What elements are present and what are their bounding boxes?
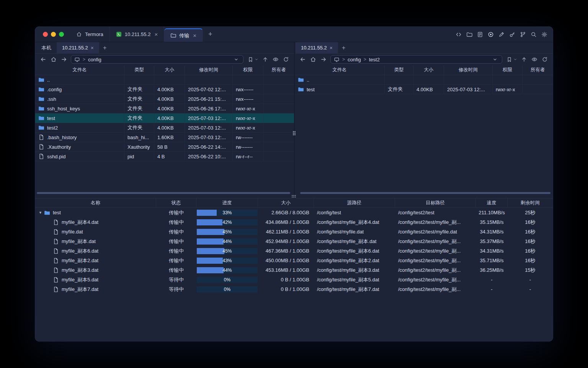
back-icon[interactable] <box>299 56 306 63</box>
maximize-window-button[interactable] <box>59 32 64 37</box>
close-icon[interactable]: × <box>330 45 333 51</box>
transfer-row[interactable]: ▾test传输中33%2.66GB / 8.00GB/config/test/c… <box>35 208 553 217</box>
refresh-icon[interactable] <box>283 56 289 63</box>
horizontal-scrollbar[interactable] <box>37 192 290 194</box>
column-header[interactable]: 类型 <box>385 65 413 75</box>
column-header[interactable]: 目标路径 <box>395 199 476 207</box>
column-header[interactable]: 剩余时间 <box>508 199 553 207</box>
chevron-down-icon[interactable] <box>255 58 258 61</box>
tab-ssh-session[interactable]: 10.211.55.2 × <box>110 27 164 42</box>
column-header[interactable]: 权限 <box>233 65 263 75</box>
home-icon[interactable] <box>50 56 57 63</box>
path-breadcrumb[interactable]: > config > test2 <box>330 55 502 64</box>
column-header[interactable]: 大小 <box>258 199 314 207</box>
transfer-row[interactable]: myfile_副本4.dat传输中42%434.86MB / 1.00GB/co… <box>35 217 553 227</box>
close-icon[interactable]: × <box>91 45 94 51</box>
horizontal-scrollbar[interactable] <box>300 192 550 194</box>
panel-tab-remote[interactable]: 10.211.55.2 × <box>296 42 338 53</box>
transfer-row[interactable]: myfile_副本3.dat传输中44%453.16MB / 1.00GB/co… <box>35 265 553 275</box>
column-header[interactable]: 速度 <box>476 199 508 207</box>
back-icon[interactable] <box>40 56 47 63</box>
file-row[interactable]: .. <box>295 75 553 85</box>
parent-directory-icon[interactable] <box>262 56 269 63</box>
column-header[interactable]: 修改时间 <box>444 65 493 75</box>
column-header[interactable]: 修改时间 <box>185 65 233 75</box>
column-header[interactable]: 大小 <box>413 65 444 75</box>
file-row[interactable]: test文件夹4.00KB2025-07-03 12:...rwxr-xr-x <box>35 113 294 123</box>
tab-termora-home[interactable]: Termora <box>70 27 110 42</box>
forward-icon[interactable] <box>60 56 67 63</box>
close-window-button[interactable] <box>43 32 48 37</box>
panel-tab-remote[interactable]: 10.211.55.2 × <box>57 42 99 53</box>
file-row[interactable]: .bash_historybash_hi...1.60KB2025-07-03 … <box>35 133 294 142</box>
path-breadcrumb[interactable]: > config <box>71 55 243 64</box>
file-row[interactable]: ssh_host_keys文件夹4.00KB2025-06-26 17:...r… <box>35 104 294 113</box>
folder-icon[interactable] <box>466 31 472 38</box>
bookmark-icon[interactable] <box>247 56 254 63</box>
column-header[interactable]: 状态 <box>156 199 196 207</box>
show-hidden-files-icon[interactable] <box>272 56 279 63</box>
column-header[interactable]: 进度 <box>196 199 258 207</box>
transfer-row[interactable]: myfile_副本7.dat等待中0%0 B / 1.00GB/config/t… <box>35 284 553 294</box>
column-header[interactable]: 所有者 <box>523 65 553 75</box>
column-header[interactable]: 名称 <box>35 199 156 207</box>
new-panel-tab-button[interactable]: + <box>338 42 349 53</box>
bookmark-group <box>506 56 517 63</box>
file-row[interactable]: .ssh文件夹4.00KB2025-06-21 15:...rwx------ <box>35 94 294 104</box>
transfer-row[interactable]: myfile_副本6.dat传输中45%467.36MB / 1.00GB/co… <box>35 246 553 256</box>
column-header[interactable]: 所有者 <box>263 65 294 75</box>
progress-label: 45% <box>197 229 258 235</box>
column-header[interactable]: 文件名 <box>35 65 124 75</box>
file-row[interactable]: test2文件夹4.00KB2025-07-03 12:...rwxr-xr-x <box>35 123 294 133</box>
chevron-down-icon[interactable] <box>234 57 239 62</box>
chevron-down-icon[interactable] <box>492 57 498 62</box>
column-header[interactable]: 大小 <box>154 65 185 75</box>
cell-owner <box>263 113 294 123</box>
code-icon[interactable] <box>455 31 462 38</box>
forward-icon[interactable] <box>320 56 327 63</box>
breadcrumb-segment[interactable]: config <box>348 57 361 62</box>
show-hidden-files-icon[interactable] <box>531 56 538 63</box>
settings-icon[interactable] <box>541 31 547 38</box>
cell-status: 传输中 <box>156 228 196 235</box>
file-row[interactable]: .. <box>35 75 294 85</box>
chevron-down-icon[interactable]: ▾ <box>38 210 43 215</box>
cell-mtime: 2025-06-22 10:... <box>185 152 233 161</box>
search-icon[interactable] <box>530 31 537 38</box>
key-icon[interactable] <box>509 31 515 38</box>
new-tab-button[interactable]: + <box>203 27 218 42</box>
column-header[interactable]: 文件名 <box>295 65 385 75</box>
transfer-row[interactable]: myfile_副本.dat传输中44%452.94MB / 1.00GB/con… <box>35 237 553 246</box>
home-icon[interactable] <box>310 56 317 63</box>
record-icon[interactable] <box>487 31 494 38</box>
chevron-down-icon[interactable] <box>513 58 517 61</box>
close-icon[interactable]: × <box>193 32 196 39</box>
new-panel-tab-button[interactable]: + <box>99 42 110 53</box>
file-row[interactable]: .config文件夹4.00KB2025-07-02 12:...rwx----… <box>35 85 294 94</box>
transfer-row[interactable]: myfile_副本2.dat传输中43%450.00MB / 1.00GB/co… <box>35 256 553 265</box>
branch-icon[interactable] <box>519 31 526 38</box>
refresh-icon[interactable] <box>541 56 548 63</box>
column-header[interactable]: 源路径 <box>314 199 395 207</box>
transfer-panel-divider[interactable] <box>35 195 553 199</box>
transfer-row[interactable]: myfile_副本5.dat等待中0%0 B / 1.00GB/config/t… <box>35 275 553 284</box>
breadcrumb-segment[interactable]: test2 <box>369 57 380 62</box>
minimize-window-button[interactable] <box>51 32 56 37</box>
log-icon[interactable] <box>477 31 483 38</box>
file-row[interactable]: .XauthorityXauthority58 B2025-06-22 14:.… <box>35 142 294 152</box>
close-icon[interactable]: × <box>154 31 158 38</box>
panel-tab-local[interactable]: 本机 <box>36 42 57 53</box>
breadcrumb-segment[interactable]: config <box>88 57 101 62</box>
filename-cell: test <box>35 113 124 123</box>
bookmark-icon[interactable] <box>506 56 513 63</box>
column-header[interactable]: 类型 <box>124 65 154 75</box>
tab-transfer[interactable]: 传输 × <box>164 28 203 42</box>
file-row[interactable]: test文件夹4.00KB2025-07-03 12:...rwxr-xr-x <box>295 85 553 94</box>
file-row[interactable]: sshd.pidpid4 B2025-06-22 10:...rw-r--r-- <box>35 152 294 161</box>
cell-status: 等待中 <box>156 286 196 293</box>
edit-icon[interactable] <box>498 31 505 38</box>
breadcrumb-separator: > <box>342 57 345 62</box>
transfer-row[interactable]: myfile.dat传输中45%462.11MB / 1.00GB/config… <box>35 227 553 237</box>
parent-directory-icon[interactable] <box>521 56 528 63</box>
column-header[interactable]: 权限 <box>493 65 523 75</box>
